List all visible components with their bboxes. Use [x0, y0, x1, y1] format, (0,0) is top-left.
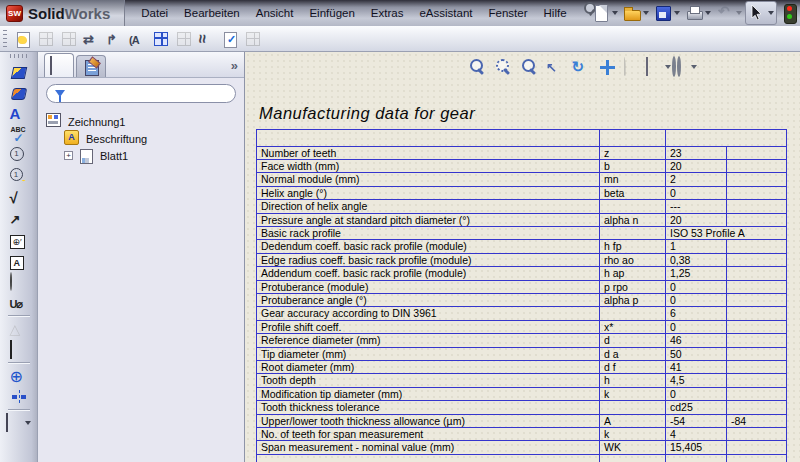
undo-button[interactable]: [714, 2, 744, 24]
model-items-button[interactable]: [151, 29, 171, 49]
table-row[interactable]: Modification tip diameter (mm)k0: [257, 387, 787, 400]
row-description[interactable]: Number of teeth: [257, 146, 600, 159]
traffic-light-button[interactable]: [778, 2, 800, 24]
pan-button[interactable]: [597, 57, 616, 76]
note-stamp-button[interactable]: [8, 61, 30, 82]
row-value2[interactable]: [727, 280, 787, 293]
row-symbol[interactable]: [600, 401, 666, 414]
row-value2[interactable]: [727, 293, 787, 306]
table-row[interactable]: Tip diameter (mm)d a50: [257, 347, 787, 360]
row-value2[interactable]: [727, 186, 787, 199]
row-symbol[interactable]: p rpo: [600, 280, 666, 293]
display-style-dropdown-caret[interactable]: [665, 65, 671, 69]
spell-checker-button[interactable]: [8, 124, 30, 145]
row-description[interactable]: Protuberance (module): [257, 280, 600, 293]
row-symbol[interactable]: [600, 454, 666, 462]
row-description[interactable]: Reference diameter (mm): [257, 334, 600, 347]
row-value2[interactable]: [727, 240, 787, 253]
row-value[interactable]: 1: [666, 240, 727, 253]
table-row[interactable]: Basic rack profileISO 53 Profile A: [257, 226, 787, 239]
table-row[interactable]: Normal module (mm)mn2: [257, 173, 787, 186]
menu-datei[interactable]: Datei: [133, 3, 176, 23]
row-symbol[interactable]: h fp: [600, 240, 666, 253]
rotate-view-button[interactable]: [571, 57, 590, 76]
row-description[interactable]: Upper/lower tooth thickness allowance (µ…: [257, 414, 600, 427]
row-symbol[interactable]: b: [600, 159, 666, 172]
new-document-dropdown-caret[interactable]: [612, 11, 618, 15]
break-view-button[interactable]: [197, 29, 217, 49]
table-row[interactable]: No. of teeth for span measurementk4: [257, 428, 787, 441]
menu-bearbeiten[interactable]: Bearbeiten: [176, 3, 248, 23]
undo-dropdown-caret[interactable]: [736, 11, 742, 15]
new-document-button[interactable]: [590, 2, 620, 24]
row-value[interactable]: 6: [666, 307, 727, 320]
zoom-in-out-button[interactable]: [467, 57, 486, 76]
row-value[interactable]: [666, 454, 727, 462]
toolbar-drag-handle[interactable]: [3, 30, 7, 48]
row-symbol[interactable]: [600, 226, 666, 239]
centerline-button[interactable]: [8, 386, 30, 407]
row-value2[interactable]: [727, 374, 787, 387]
pin-icon[interactable]: [581, 0, 582, 18]
tables-dropdown-caret[interactable]: [25, 421, 31, 425]
row-description[interactable]: Addendum coeff. basic rack profile (modu…: [257, 267, 600, 280]
row-symbol[interactable]: [600, 307, 666, 320]
row-description[interactable]: Tooth thickness tolerance: [257, 401, 600, 414]
auto-balloon-button[interactable]: [8, 166, 30, 187]
zoom-to-area-button[interactable]: [519, 57, 538, 76]
row-value[interactable]: -54: [666, 414, 727, 427]
row-value2[interactable]: [727, 200, 787, 213]
weld-symbol-button[interactable]: [8, 208, 30, 229]
row-symbol[interactable]: k: [600, 387, 666, 400]
featuremanager-tab[interactable]: [44, 53, 74, 77]
row-value[interactable]: ---: [666, 200, 727, 213]
open-file-dropdown-caret[interactable]: [643, 11, 649, 15]
row-symbol[interactable]: [600, 130, 666, 147]
row-value2[interactable]: [727, 441, 787, 454]
row-value2[interactable]: [727, 267, 787, 280]
row-description[interactable]: Protuberance angle (°): [257, 293, 600, 306]
row-value[interactable]: cd25: [666, 401, 727, 414]
print-dropdown-caret[interactable]: [705, 11, 711, 15]
table-row[interactable]: Gear accuracy according to DIN 39616: [257, 307, 787, 320]
table-row[interactable]: Protuberance (module)p rpo0: [257, 280, 787, 293]
row-value[interactable]: 0: [666, 387, 727, 400]
design-checker-button[interactable]: [220, 29, 240, 49]
geometric-tolerance-button[interactable]: [8, 229, 30, 250]
menu-hilfe[interactable]: Hilfe: [536, 3, 575, 23]
table-row[interactable]: Protuberance angle (°)alpha p0: [257, 293, 787, 306]
save-button[interactable]: [652, 2, 682, 24]
row-value[interactable]: 46: [666, 334, 727, 347]
row-value[interactable]: 2: [666, 173, 727, 186]
table-row[interactable]: Tooth thickness tolerancecd25: [257, 401, 787, 414]
row-value2[interactable]: [727, 428, 787, 441]
table-row[interactable]: Tooth depthh4,5: [257, 374, 787, 387]
row-value2[interactable]: [727, 146, 787, 159]
table-header-row[interactable]: [257, 130, 787, 147]
row-value2[interactable]: [727, 347, 787, 360]
row-value[interactable]: [666, 130, 787, 147]
row-description[interactable]: Pressure angle at standard pitch diamete…: [257, 213, 600, 226]
row-description[interactable]: Root diameter (mm): [257, 361, 600, 374]
area-hatch-button[interactable]: [8, 339, 30, 360]
row-symbol[interactable]: d a: [600, 347, 666, 360]
filter-input[interactable]: [70, 87, 227, 100]
surface-finish-button[interactable]: [8, 187, 30, 208]
row-description[interactable]: Helix angle (°): [257, 186, 600, 199]
table-row[interactable]: Dedendum coeff. basic rack profile (modu…: [257, 240, 787, 253]
row-symbol[interactable]: WK: [600, 441, 666, 454]
table-row[interactable]: Profile shift coeff.x*0: [257, 320, 787, 333]
row-symbol[interactable]: k: [600, 428, 666, 441]
row-value[interactable]: 0: [666, 280, 727, 293]
hide-show-button[interactable]: [675, 57, 694, 76]
table-row[interactable]: Upper/lower tooth thickness allowance (µ…: [257, 414, 787, 427]
row-description[interactable]: Tip diameter (mm): [257, 347, 600, 360]
menu-extras[interactable]: Extras: [363, 3, 412, 23]
tree-item-beschriftung[interactable]: Beschriftung: [46, 130, 240, 147]
view-orientation-button[interactable]: [545, 57, 564, 76]
tree-item-zeichnung1[interactable]: Zeichnung1: [46, 113, 240, 130]
row-symbol[interactable]: h: [600, 374, 666, 387]
toolbar-drag-handle[interactable]: [10, 54, 28, 58]
table-row[interactable]: Direction of helix angle---: [257, 200, 787, 213]
row-value[interactable]: 0: [666, 186, 727, 199]
